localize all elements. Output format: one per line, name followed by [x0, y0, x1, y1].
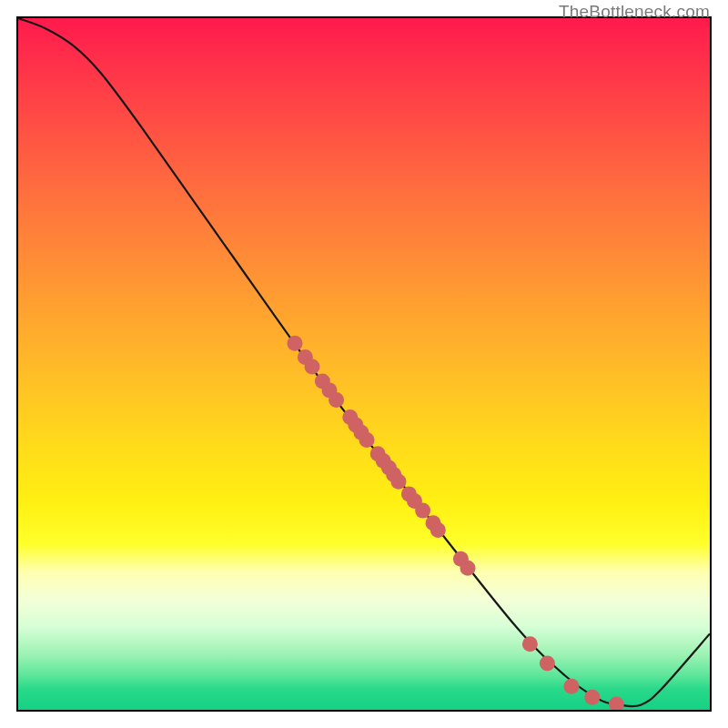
data-dot	[564, 679, 580, 694]
data-dot	[407, 493, 422, 509]
data-dot	[370, 446, 386, 461]
plot-area	[16, 16, 712, 712]
data-dot	[386, 467, 401, 482]
data-dot	[460, 561, 476, 576]
data-dot	[342, 410, 358, 425]
data-dot	[453, 551, 469, 567]
chart-overlay-svg	[18, 18, 710, 710]
data-dots	[288, 336, 624, 710]
data-dot	[584, 690, 600, 705]
data-dot	[522, 636, 538, 652]
data-dot	[426, 515, 441, 531]
data-dot	[381, 460, 397, 476]
data-dot	[391, 474, 407, 490]
data-dot	[348, 417, 363, 432]
data-dot	[415, 503, 430, 519]
data-dot	[359, 432, 375, 448]
data-dot	[329, 392, 344, 408]
data-dot	[322, 382, 338, 398]
data-dot	[401, 486, 417, 501]
data-dot	[298, 349, 313, 365]
data-dot	[288, 336, 303, 351]
data-dot	[305, 359, 320, 375]
bottleneck-curve	[18, 18, 710, 706]
data-dot	[430, 522, 446, 538]
data-dot	[376, 453, 391, 469]
data-dot	[353, 425, 369, 440]
data-dot	[609, 696, 624, 710]
attribution-text: TheBottleneck.com	[559, 2, 710, 22]
chart-container: TheBottleneck.com	[0, 0, 728, 728]
data-dot	[315, 374, 330, 389]
data-dot	[540, 656, 555, 672]
